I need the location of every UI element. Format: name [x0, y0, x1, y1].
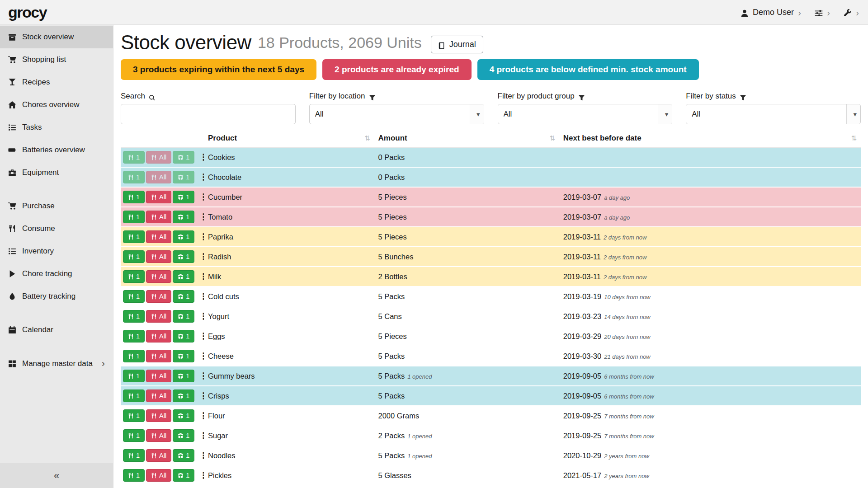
user-menu[interactable]: Demo User ›: [741, 8, 801, 17]
row-menu-button[interactable]: ⋮: [196, 469, 204, 482]
sidebar-item-stock-overview[interactable]: Stock overview: [0, 26, 113, 48]
below-min-stock-banner[interactable]: 4 products are below defined min. stock …: [477, 59, 699, 80]
consume-one-button[interactable]: 1: [123, 290, 145, 303]
consume-one-button[interactable]: 1: [123, 310, 145, 323]
sidebar-item-shopping-list[interactable]: Shopping list: [0, 48, 113, 71]
consume-all-button[interactable]: All: [146, 370, 171, 382]
search-input[interactable]: [121, 104, 296, 124]
consume-one-button[interactable]: 1: [123, 250, 145, 263]
consume-one-button[interactable]: 1: [123, 370, 145, 382]
open-one-button[interactable]: 1: [173, 370, 194, 382]
best-before-column-header[interactable]: Next best before date ⇅: [559, 129, 861, 148]
consume-one-button[interactable]: 1: [123, 270, 145, 283]
sort-icon[interactable]: ⇅: [549, 134, 555, 142]
consume-one-button[interactable]: 1: [123, 171, 145, 183]
consume-one-button[interactable]: 1: [123, 449, 145, 462]
consume-all-button[interactable]: All: [146, 330, 171, 343]
sidebar-item-calendar[interactable]: Calendar: [0, 319, 113, 341]
row-menu-button[interactable]: ⋮: [196, 370, 204, 382]
open-one-button[interactable]: 1: [173, 350, 194, 362]
admin-menu[interactable]: ›: [844, 8, 859, 17]
expiring-banner[interactable]: 3 products expiring within the next 5 da…: [121, 59, 316, 80]
row-menu-button[interactable]: ⋮: [196, 211, 204, 223]
row-menu-button[interactable]: ⋮: [196, 389, 204, 402]
sidebar-item-consume[interactable]: Consume: [0, 217, 113, 240]
consume-all-button[interactable]: All: [146, 429, 171, 442]
consume-all-button[interactable]: All: [146, 409, 171, 422]
row-menu-button[interactable]: ⋮: [196, 171, 204, 183]
sidebar-collapse-button[interactable]: «: [0, 463, 113, 488]
open-one-button[interactable]: 1: [173, 270, 194, 283]
consume-one-button[interactable]: 1: [123, 211, 145, 223]
consume-one-button[interactable]: 1: [123, 330, 145, 343]
row-menu-button[interactable]: ⋮: [196, 429, 204, 442]
open-one-button[interactable]: 1: [173, 211, 194, 223]
open-one-button[interactable]: 1: [173, 191, 194, 203]
sidebar-item-inventory[interactable]: Inventory: [0, 240, 113, 263]
consume-one-button[interactable]: 1: [123, 350, 145, 362]
sort-icon[interactable]: ⇅: [364, 134, 370, 142]
open-one-button[interactable]: 1: [173, 151, 194, 164]
location-select[interactable]: All: [309, 104, 484, 124]
sidebar-item-batteries-overview[interactable]: Batteries overview: [0, 139, 113, 161]
expired-banner[interactable]: 2 products are already expired: [322, 59, 472, 80]
sidebar-item-equipment[interactable]: Equipment: [0, 161, 113, 184]
row-menu-button[interactable]: ⋮: [196, 250, 204, 263]
consume-all-button[interactable]: All: [146, 449, 171, 462]
consume-one-button[interactable]: 1: [123, 230, 145, 243]
consume-all-button[interactable]: All: [146, 250, 171, 263]
sidebar-item-recipes[interactable]: Recipes: [0, 71, 113, 94]
consume-one-button[interactable]: 1: [123, 151, 145, 164]
journal-button[interactable]: Journal: [431, 36, 483, 53]
consume-one-button[interactable]: 1: [123, 429, 145, 442]
consume-one-button[interactable]: 1: [123, 469, 145, 482]
open-one-button[interactable]: 1: [173, 250, 194, 263]
settings-menu[interactable]: ›: [815, 8, 830, 17]
open-one-button[interactable]: 1: [173, 310, 194, 323]
row-menu-button[interactable]: ⋮: [196, 310, 204, 323]
consume-all-button[interactable]: All: [146, 211, 171, 223]
consume-one-button[interactable]: 1: [123, 409, 145, 422]
row-menu-button[interactable]: ⋮: [196, 230, 204, 243]
open-one-button[interactable]: 1: [173, 429, 194, 442]
row-menu-button[interactable]: ⋮: [196, 191, 204, 203]
sidebar-item-chore-tracking[interactable]: Chore tracking: [0, 263, 113, 285]
sidebar-item-chores-overview[interactable]: Chores overview: [0, 94, 113, 116]
consume-all-button[interactable]: All: [146, 191, 171, 203]
sidebar-item-battery-tracking[interactable]: Battery tracking: [0, 285, 113, 308]
consume-all-button[interactable]: All: [146, 350, 171, 362]
row-menu-button[interactable]: ⋮: [196, 330, 204, 343]
row-menu-button[interactable]: ⋮: [196, 151, 204, 164]
consume-one-button[interactable]: 1: [123, 389, 145, 402]
consume-all-button[interactable]: All: [146, 290, 171, 303]
sidebar-item-manage-master-data[interactable]: Manage master data›: [0, 352, 113, 375]
grocy-logo[interactable]: grocy: [8, 4, 47, 21]
consume-all-button[interactable]: All: [146, 230, 171, 243]
consume-all-button[interactable]: All: [146, 469, 171, 482]
open-one-button[interactable]: 1: [173, 449, 194, 462]
consume-all-button[interactable]: All: [146, 171, 171, 183]
open-one-button[interactable]: 1: [173, 171, 194, 183]
consume-all-button[interactable]: All: [146, 151, 171, 164]
open-one-button[interactable]: 1: [173, 389, 194, 402]
open-one-button[interactable]: 1: [173, 469, 194, 482]
open-one-button[interactable]: 1: [173, 230, 194, 243]
open-one-button[interactable]: 1: [173, 409, 194, 422]
row-menu-button[interactable]: ⋮: [196, 270, 204, 283]
sidebar-item-tasks[interactable]: Tasks: [0, 116, 113, 139]
row-menu-button[interactable]: ⋮: [196, 409, 204, 422]
open-one-button[interactable]: 1: [173, 290, 194, 303]
row-menu-button[interactable]: ⋮: [196, 290, 204, 303]
open-one-button[interactable]: 1: [173, 330, 194, 343]
consume-all-button[interactable]: All: [146, 270, 171, 283]
status-select[interactable]: All: [686, 104, 861, 124]
product-column-header[interactable]: Product ⇅: [204, 129, 374, 148]
sidebar-item-purchase[interactable]: Purchase: [0, 195, 113, 217]
row-menu-button[interactable]: ⋮: [196, 350, 204, 362]
row-menu-button[interactable]: ⋮: [196, 449, 204, 462]
consume-all-button[interactable]: All: [146, 389, 171, 402]
amount-column-header[interactable]: Amount ⇅: [374, 129, 559, 148]
consume-all-button[interactable]: All: [146, 310, 171, 323]
sort-icon[interactable]: ⇅: [851, 134, 857, 142]
consume-one-button[interactable]: 1: [123, 191, 145, 203]
